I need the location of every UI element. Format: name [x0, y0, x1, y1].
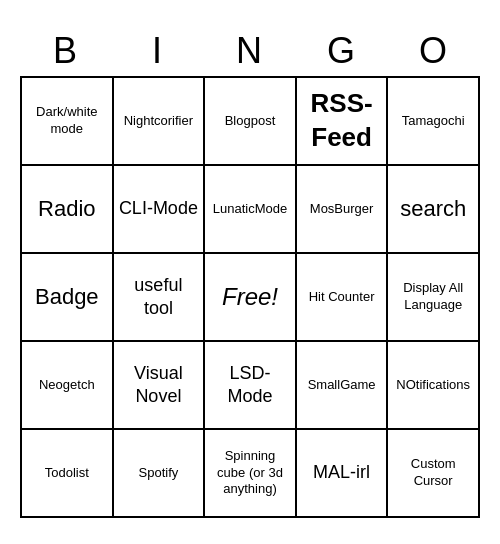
bingo-cell-1: Nightcorifier — [114, 78, 206, 166]
bingo-cell-21: Spotify — [114, 430, 206, 518]
header-g: G — [296, 26, 388, 76]
bingo-header: B I N G O — [20, 26, 480, 76]
header-o: O — [388, 26, 480, 76]
bingo-cell-2: Blogpost — [205, 78, 297, 166]
bingo-cell-8: MosBurger — [297, 166, 389, 254]
bingo-cell-3: RSS-Feed — [297, 78, 389, 166]
bingo-cell-15: Neogetch — [22, 342, 114, 430]
bingo-cell-24: Custom Cursor — [388, 430, 480, 518]
bingo-cell-7: LunaticMode — [205, 166, 297, 254]
header-i: I — [112, 26, 204, 76]
bingo-cell-14: Display All Language — [388, 254, 480, 342]
header-n: N — [204, 26, 296, 76]
header-b: B — [20, 26, 112, 76]
bingo-card: B I N G O Dark/white modeNightcorifierBl… — [20, 26, 480, 518]
bingo-cell-11: useful tool — [114, 254, 206, 342]
bingo-cell-22: Spinning cube (or 3d anything) — [205, 430, 297, 518]
bingo-cell-6: CLI-Mode — [114, 166, 206, 254]
bingo-cell-5: Radio — [22, 166, 114, 254]
bingo-cell-9: search — [388, 166, 480, 254]
bingo-cell-12: Free! — [205, 254, 297, 342]
bingo-cell-17: LSD-Mode — [205, 342, 297, 430]
bingo-cell-10: Badge — [22, 254, 114, 342]
bingo-cell-0: Dark/white mode — [22, 78, 114, 166]
bingo-cell-4: Tamagochi — [388, 78, 480, 166]
bingo-cell-18: SmallGame — [297, 342, 389, 430]
bingo-cell-13: Hit Counter — [297, 254, 389, 342]
bingo-cell-16: Visual Novel — [114, 342, 206, 430]
bingo-cell-20: Todolist — [22, 430, 114, 518]
bingo-grid: Dark/white modeNightcorifierBlogpostRSS-… — [20, 76, 480, 518]
bingo-cell-23: MAL-irl — [297, 430, 389, 518]
bingo-cell-19: NOtifications — [388, 342, 480, 430]
